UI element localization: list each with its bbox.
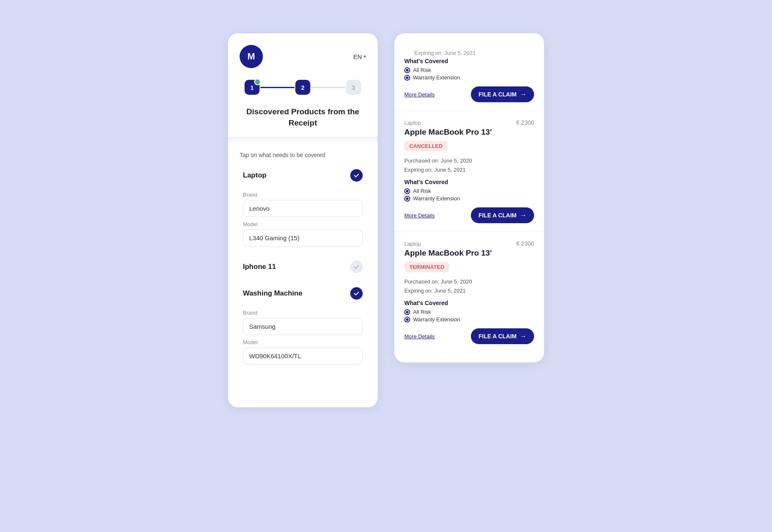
arrow-icon-0: → (520, 212, 527, 219)
chevron-down-icon: ▾ (364, 54, 366, 59)
language-selector[interactable]: EN ▾ (353, 53, 366, 60)
more-details-button-1[interactable]: More Details (404, 333, 435, 340)
product-header-2[interactable]: Washing Machine (236, 281, 369, 305)
policy-list: Laptop € 2300 Apple MacBook Pro 13' CANC… (394, 111, 544, 352)
field-label-2-1: Model (243, 339, 363, 345)
field-label-0-0: Brand (243, 192, 363, 198)
field-input-0-1[interactable] (243, 229, 363, 246)
lang-label: EN (353, 53, 362, 60)
product-item-2: Washing Machine BrandModel (236, 281, 369, 370)
coverage-label-allrisk-top: All Risk (413, 67, 431, 73)
step-2[interactable]: 2 (295, 80, 310, 95)
step-line-2 (311, 87, 345, 88)
arrow-icon-top: → (520, 91, 527, 98)
check-icon-0[interactable] (350, 169, 363, 182)
policy-footer-1: More Details FILE A CLAIM → (404, 328, 534, 344)
left-panel: M EN ▾ 1 2 3 Discovered Products from th… (228, 33, 378, 407)
policy-type-0: Laptop (404, 120, 421, 126)
policy-dates-0: Purchased on: June 5, 2020Expiring on: J… (404, 156, 534, 175)
product-header-1[interactable]: Iphone 11 (236, 255, 369, 279)
product-name-2: Washing Machine (243, 289, 302, 298)
product-name-0: Laptop (243, 171, 267, 180)
file-claim-label-0: FILE A CLAIM (478, 212, 517, 219)
radio-dot-0-1 (404, 196, 410, 202)
expiring-label-top: Expiring on: June 5, 2021 (404, 42, 534, 58)
what-covered-title-1: What's Covered (404, 300, 534, 306)
more-details-button-top[interactable]: More Details (404, 91, 435, 98)
policy-price-0: € 2300 (516, 119, 534, 126)
product-item-1: Iphone 11 (236, 255, 369, 279)
product-header-0[interactable]: Laptop (236, 163, 369, 187)
coverage-option-0-1: Warranty Extension (404, 195, 534, 202)
step-line-1 (260, 87, 294, 88)
policy-product-name-1: Apple MacBook Pro 13' (404, 249, 534, 258)
what-covered-title-top: What's Covered (404, 58, 534, 64)
right-panel: Expiring on: June 5, 2021 What's Covered… (394, 33, 544, 362)
what-covered-title-0: What's Covered (404, 179, 534, 185)
policy-footer-0: More Details FILE A CLAIM → (404, 207, 534, 223)
file-claim-button-1[interactable]: FILE A CLAIM → (471, 328, 534, 344)
coverage-option-0-0: All Risk (404, 188, 534, 194)
policy-product-name-0: Apple MacBook Pro 13' (404, 128, 534, 137)
arrow-icon-1: → (520, 332, 527, 340)
check-icon-2[interactable] (350, 287, 363, 300)
more-details-button-0[interactable]: More Details (404, 212, 435, 219)
policy-footer-top: More Details FILE A CLAIM → (404, 86, 534, 102)
section-label: Tap on what needs to be covered (228, 144, 378, 163)
status-badge-0: CANCELLED (404, 141, 448, 151)
coverage-label-0-0: All Risk (413, 188, 431, 194)
stepper: 1 2 3 (228, 68, 378, 103)
policy-meta-0: Laptop € 2300 (404, 119, 534, 126)
product-list: Laptop BrandModelIphone 11 Washing Machi… (228, 163, 378, 370)
coverage-option-1-1: Warranty Extension (404, 316, 534, 323)
radio-dot-0-0 (404, 188, 410, 194)
product-item-0: Laptop BrandModel (236, 163, 369, 252)
field-input-0-0[interactable] (243, 200, 363, 217)
coverage-option-1-0: All Risk (404, 309, 534, 315)
step-3[interactable]: 3 (346, 80, 361, 95)
radio-allrisk-top (404, 67, 410, 73)
policy-item-0: Laptop € 2300 Apple MacBook Pro 13' CANC… (394, 111, 544, 232)
coverage-option-warranty-top: Warranty Extension (404, 74, 534, 81)
card-title: Discovered Products from the Receipt (228, 103, 378, 137)
coverage-option-allrisk-top: All Risk (404, 67, 534, 73)
field-input-2-1[interactable] (243, 347, 363, 365)
card-header: M EN ▾ (228, 33, 378, 68)
status-badge-1: TERMINATED (404, 262, 449, 272)
coverage-label-1-0: All Risk (413, 309, 431, 315)
step-1[interactable]: 1 (245, 80, 260, 95)
file-claim-label-1: FILE A CLAIM (478, 333, 517, 340)
radio-dot-1-0 (404, 309, 410, 315)
coverage-label-1-1: Warranty Extension (413, 316, 460, 323)
top-partial-section: Expiring on: June 5, 2021 What's Covered… (394, 33, 544, 111)
policy-dates-1: Purchased on: June 5, 2020Expiring on: J… (404, 277, 534, 296)
policy-type-1: Laptop (404, 241, 421, 247)
policy-meta-1: Laptop € 2300 (404, 240, 534, 247)
product-fields-0: BrandModel (236, 192, 369, 252)
radio-dot-1-1 (404, 317, 410, 323)
policy-price-1: € 2300 (516, 240, 534, 247)
field-label-2-0: Brand (243, 310, 363, 316)
check-icon-1[interactable] (350, 261, 363, 273)
policy-item-1: Laptop € 2300 Apple MacBook Pro 13' TERM… (394, 232, 544, 352)
file-claim-button-0[interactable]: FILE A CLAIM → (471, 207, 534, 223)
field-input-2-0[interactable] (243, 318, 363, 335)
product-name-1: Iphone 11 (243, 263, 276, 271)
field-label-0-1: Model (243, 221, 363, 227)
file-claim-button-top[interactable]: FILE A CLAIM → (471, 86, 534, 102)
product-fields-2: BrandModel (236, 310, 369, 370)
wave-separator (228, 137, 378, 144)
radio-warranty-top (404, 75, 410, 81)
coverage-label-warranty-top: Warranty Extension (413, 74, 460, 81)
avatar: M (240, 45, 263, 68)
coverage-label-0-1: Warranty Extension (413, 195, 460, 202)
